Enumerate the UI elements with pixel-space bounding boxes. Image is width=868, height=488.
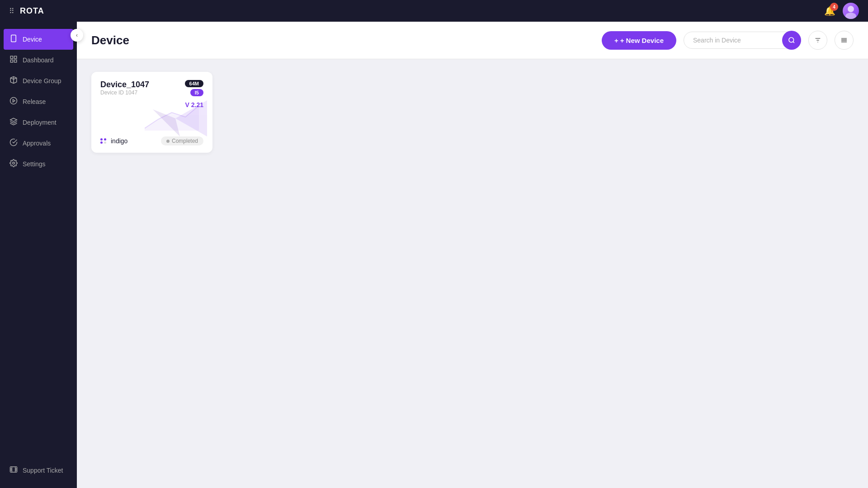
sidebar-item-approvals-label: Approvals bbox=[23, 140, 51, 147]
sidebar-item-support-ticket-label: Support Ticket bbox=[23, 467, 63, 474]
device-icon bbox=[9, 34, 18, 44]
release-icon bbox=[9, 97, 18, 107]
svg-line-13 bbox=[793, 42, 794, 43]
deployment-icon bbox=[9, 117, 18, 127]
header-actions: + + New Device bbox=[602, 31, 854, 50]
device-card-footer: indigo Completed bbox=[100, 136, 203, 145]
avatar-inner bbox=[843, 3, 859, 19]
approvals-icon bbox=[9, 138, 18, 148]
device-status-badge: Completed bbox=[161, 136, 203, 145]
device-status-label: Completed bbox=[172, 138, 198, 144]
device-grid: Device_1047 Device ID 1047 64M I5 V 2.21 bbox=[77, 59, 868, 488]
sidebar-item-release[interactable]: Release bbox=[0, 91, 77, 112]
svg-point-12 bbox=[789, 38, 794, 42]
new-device-button[interactable]: + + New Device bbox=[602, 31, 676, 50]
sidebar-item-device-label: Device bbox=[23, 36, 42, 43]
svg-marker-23 bbox=[145, 106, 199, 131]
sidebar-item-device-group[interactable]: Device Group bbox=[0, 70, 77, 91]
device-card-header: Device_1047 Device ID 1047 64M I5 bbox=[100, 80, 203, 99]
search-icon bbox=[788, 37, 795, 44]
search-button[interactable] bbox=[782, 31, 801, 50]
sidebar-item-approvals[interactable]: Approvals bbox=[0, 133, 77, 154]
device-name: Device_1047 bbox=[100, 80, 149, 89]
device-group-icon bbox=[9, 76, 18, 86]
plus-icon: + bbox=[614, 37, 618, 44]
sidebar-item-dashboard[interactable]: Dashboard bbox=[0, 50, 77, 70]
sidebar-item-device[interactable]: Device bbox=[4, 29, 73, 50]
content-area: Device + + New Device bbox=[77, 22, 868, 488]
badge-memory: 64M bbox=[185, 80, 203, 87]
svg-rect-4 bbox=[10, 56, 13, 58]
svg-marker-9 bbox=[13, 99, 15, 102]
sidebar-item-release-label: Release bbox=[23, 98, 46, 105]
svg-point-10 bbox=[13, 162, 15, 164]
filter-icon bbox=[814, 37, 821, 44]
settings-icon bbox=[9, 159, 18, 169]
sidebar-item-settings[interactable]: Settings bbox=[0, 154, 77, 174]
support-ticket-icon bbox=[9, 465, 18, 475]
avatar[interactable] bbox=[843, 3, 859, 19]
svg-point-1 bbox=[845, 13, 856, 19]
filter-button[interactable] bbox=[808, 31, 827, 50]
status-dot bbox=[166, 140, 170, 143]
sidebar-collapse-button[interactable]: ‹ bbox=[71, 29, 83, 42]
notification-badge: 4 bbox=[830, 3, 838, 11]
device-id: Device ID 1047 bbox=[100, 89, 149, 96]
sidebar: ‹ Device Dashboard bbox=[0, 22, 77, 488]
sidebar-item-device-group-label: Device Group bbox=[23, 77, 61, 84]
sidebar-item-support-ticket[interactable]: Support Ticket bbox=[0, 460, 77, 481]
topbar-right: 🔔 4 bbox=[824, 3, 859, 19]
topbar-left: ⠿ ROTA bbox=[9, 6, 44, 16]
device-badges: 64M I5 bbox=[185, 80, 203, 96]
page-title: Device bbox=[91, 33, 129, 47]
sidebar-item-dashboard-label: Dashboard bbox=[23, 56, 54, 64]
sidebar-item-deployment[interactable]: Deployment bbox=[0, 112, 77, 133]
device-card-graphic-area: V 2.21 bbox=[100, 101, 203, 133]
svg-rect-11 bbox=[10, 467, 17, 472]
sidebar-item-settings-label: Settings bbox=[23, 160, 46, 168]
svg-rect-6 bbox=[10, 60, 13, 62]
grid-icon[interactable]: ⠿ bbox=[9, 7, 14, 15]
app-logo: ROTA bbox=[20, 6, 44, 16]
svg-point-0 bbox=[848, 6, 854, 12]
topbar: ⠿ ROTA 🔔 4 bbox=[0, 0, 868, 22]
svg-rect-5 bbox=[14, 56, 17, 58]
svg-point-8 bbox=[10, 98, 17, 104]
dashboard-icon bbox=[9, 55, 18, 65]
card-wave-shape bbox=[145, 101, 199, 131]
new-device-label: + New Device bbox=[620, 37, 664, 44]
device-group-label: indigo bbox=[111, 137, 127, 145]
main-layout: ‹ Device Dashboard bbox=[0, 22, 868, 488]
svg-rect-7 bbox=[14, 60, 17, 62]
list-view-button[interactable] bbox=[835, 31, 854, 50]
device-card[interactable]: Device_1047 Device ID 1047 64M I5 V 2.21 bbox=[91, 72, 212, 153]
device-dots-icon bbox=[100, 138, 106, 144]
page-header: Device + + New Device bbox=[77, 22, 868, 59]
list-icon bbox=[840, 37, 848, 44]
sidebar-item-deployment-label: Deployment bbox=[23, 119, 57, 126]
device-card-title-area: Device_1047 Device ID 1047 bbox=[100, 80, 149, 99]
badge-cpu: I5 bbox=[190, 89, 203, 96]
search-wrapper bbox=[684, 32, 801, 49]
notification-bell-wrapper[interactable]: 🔔 4 bbox=[824, 5, 835, 16]
